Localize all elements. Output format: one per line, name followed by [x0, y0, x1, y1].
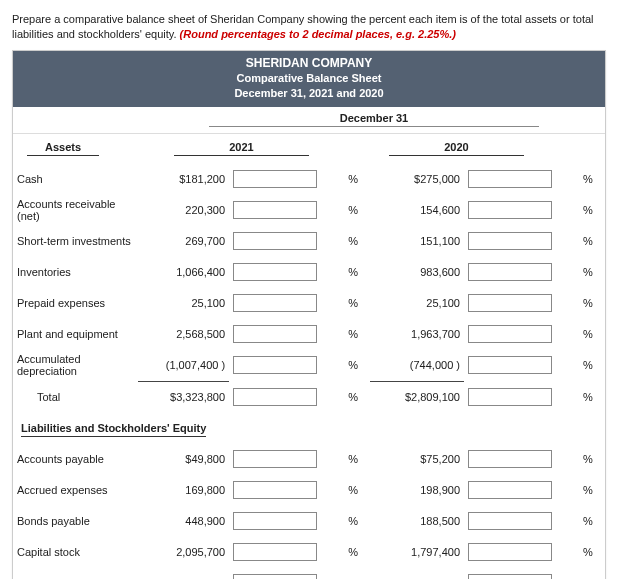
liabilities-row-label: Accounts payable	[13, 444, 138, 475]
assets-row-label: Inventories	[13, 257, 138, 288]
liabilities-row-pct-input-2021[interactable]	[233, 574, 317, 579]
sheet-date: December 31, 2021 and 2020	[13, 86, 605, 101]
percent-symbol: %	[344, 257, 370, 288]
percent-symbol: %	[579, 164, 605, 195]
percent-symbol: %	[579, 537, 605, 568]
liabilities-row-value-2020: 188,500	[370, 506, 464, 537]
percent-symbol: %	[344, 164, 370, 195]
assets-row-label: Total	[13, 381, 138, 413]
assets-row-label: Short-term investments	[13, 226, 138, 257]
assets-row-pct-input-2021[interactable]	[233, 388, 317, 406]
assets-row-value-2020: $275,000	[370, 164, 464, 195]
assets-row-pct-input-2021[interactable]	[233, 170, 317, 188]
assets-row-pct-input-2021[interactable]	[233, 232, 317, 250]
assets-row-pct-input-2020[interactable]	[468, 356, 552, 374]
liabilities-row-label: Bonds payable	[13, 506, 138, 537]
assets-row-pct-input-2020[interactable]	[468, 170, 552, 188]
assets-row-value-2020: 983,600	[370, 257, 464, 288]
sheet-title: Comparative Balance Sheet	[13, 71, 605, 86]
balance-sheet: SHERIDAN COMPANY Comparative Balance She…	[12, 50, 606, 579]
instructions: Prepare a comparative balance sheet of S…	[12, 12, 606, 42]
assets-row-value-2021: 2,568,500	[138, 319, 230, 350]
year-header-row: Assets 2021 2020	[13, 134, 605, 164]
percent-symbol: %	[344, 381, 370, 413]
percent-symbol: %	[579, 444, 605, 475]
year-2021-heading: 2021	[174, 141, 309, 156]
liabilities-row-pct-input-2021[interactable]	[233, 543, 317, 561]
assets-row-pct-input-2021[interactable]	[233, 201, 317, 219]
assets-row-value-2021: 1,066,400	[138, 257, 230, 288]
percent-symbol: %	[579, 257, 605, 288]
assets-row-label: Prepaid expenses	[13, 288, 138, 319]
liabilities-table: Accounts payable$49,800%$75,200%Accrued …	[13, 444, 605, 579]
assets-row-pct-input-2021[interactable]	[233, 263, 317, 281]
liabilities-row-label: Capital stock	[13, 537, 138, 568]
assets-row-value-2021: 269,700	[138, 226, 230, 257]
percent-symbol: %	[579, 506, 605, 537]
liabilities-row-value-2021: 2,095,700	[138, 537, 230, 568]
percent-symbol: %	[579, 475, 605, 506]
liabilities-heading-row: Liabilities and Stockholders' Equity	[13, 413, 605, 444]
liabilities-row-value-2021: 448,900	[138, 506, 230, 537]
assets-heading: Assets	[27, 141, 99, 156]
period-header-row: December 31	[13, 107, 605, 134]
assets-row-pct-input-2020[interactable]	[468, 232, 552, 250]
assets-row-label: Accounts receivable (net)	[13, 195, 138, 226]
liabilities-row-pct-input-2020[interactable]	[468, 512, 552, 530]
assets-row-value-2020: 154,600	[370, 195, 464, 226]
percent-symbol: %	[344, 506, 370, 537]
assets-row-pct-input-2021[interactable]	[233, 294, 317, 312]
percent-symbol: %	[344, 444, 370, 475]
liabilities-row-pct-input-2021[interactable]	[233, 512, 317, 530]
assets-row-pct-input-2020[interactable]	[468, 325, 552, 343]
liabilities-row-value-2020: 1,797,400	[370, 537, 464, 568]
sheet-header: SHERIDAN COMPANY Comparative Balance She…	[13, 51, 605, 107]
percent-symbol: %	[579, 568, 605, 579]
liabilities-row-value-2020: 549,100	[370, 568, 464, 579]
assets-row-value-2020: (744,000 )	[370, 350, 464, 382]
liabilities-row-pct-input-2020[interactable]	[468, 450, 552, 468]
instructions-hint: (Round percentages to 2 decimal places, …	[180, 28, 456, 40]
period-header: December 31	[209, 112, 539, 127]
assets-table: Cash$181,200%$275,000%Accounts receivabl…	[13, 164, 605, 413]
assets-row-value-2021: 25,100	[138, 288, 230, 319]
percent-symbol: %	[344, 475, 370, 506]
percent-symbol: %	[344, 319, 370, 350]
liabilities-row-label: Accrued expenses	[13, 475, 138, 506]
percent-symbol: %	[579, 226, 605, 257]
percent-symbol: %	[344, 537, 370, 568]
percent-symbol: %	[344, 288, 370, 319]
assets-row-pct-input-2020[interactable]	[468, 263, 552, 281]
assets-row-pct-input-2020[interactable]	[468, 201, 552, 219]
assets-row-value-2021: (1,007,400 )	[138, 350, 230, 382]
percent-symbol: %	[579, 350, 605, 382]
liabilities-row-pct-input-2020[interactable]	[468, 574, 552, 579]
assets-row-value-2020: $2,809,100	[370, 381, 464, 413]
assets-row-value-2021: 220,300	[138, 195, 230, 226]
assets-row-value-2021: $3,323,800	[138, 381, 230, 413]
assets-row-label: Cash	[13, 164, 138, 195]
liabilities-heading: Liabilities and Stockholders' Equity	[21, 422, 206, 437]
liabilities-row-pct-input-2020[interactable]	[468, 543, 552, 561]
liabilities-row-pct-input-2021[interactable]	[233, 450, 317, 468]
assets-row-value-2020: 1,963,700	[370, 319, 464, 350]
liabilities-row-value-2020: 198,900	[370, 475, 464, 506]
percent-symbol: %	[579, 319, 605, 350]
liabilities-row-pct-input-2020[interactable]	[468, 481, 552, 499]
percent-symbol: %	[579, 381, 605, 413]
percent-symbol: %	[344, 226, 370, 257]
percent-symbol: %	[579, 195, 605, 226]
assets-row-pct-input-2020[interactable]	[468, 294, 552, 312]
assets-row-value-2021: $181,200	[138, 164, 230, 195]
assets-row-pct-input-2020[interactable]	[468, 388, 552, 406]
percent-symbol: %	[344, 568, 370, 579]
assets-row-pct-input-2021[interactable]	[233, 356, 317, 374]
liabilities-row-pct-input-2021[interactable]	[233, 481, 317, 499]
liabilities-row-value-2021: $49,800	[138, 444, 230, 475]
liabilities-row-value-2021: 559,600	[138, 568, 230, 579]
percent-symbol: %	[344, 350, 370, 382]
assets-row-label: Plant and equipment	[13, 319, 138, 350]
assets-row-pct-input-2021[interactable]	[233, 325, 317, 343]
liabilities-row-value-2021: 169,800	[138, 475, 230, 506]
year-2020-heading: 2020	[389, 141, 524, 156]
